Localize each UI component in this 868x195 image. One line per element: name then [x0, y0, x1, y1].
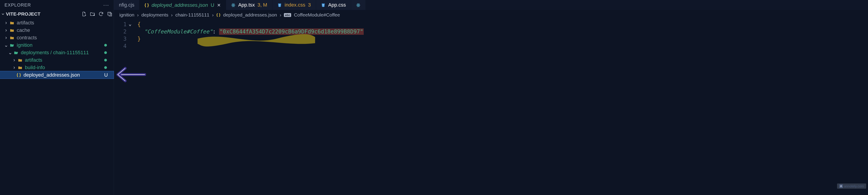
breadcrumb-item[interactable]: deployments — [142, 12, 168, 18]
line-number: 4 — [114, 42, 127, 50]
line-gutter: 1 2 3 4 — [114, 21, 130, 50]
new-file-icon[interactable] — [81, 11, 87, 17]
tree-label: ignition — [17, 42, 33, 48]
git-untracked-badge: U — [104, 72, 108, 78]
chevron-down-icon — [1, 12, 4, 15]
tree-label: artifacts — [25, 57, 42, 63]
tree-label: build-info — [25, 65, 45, 70]
chevron-right-icon: › — [4, 27, 8, 33]
chevron-right-icon: › — [137, 12, 139, 18]
file-tree: › artifacts › cache › contracts ⌄ igniti… — [0, 18, 114, 78]
chevron-right-icon: › — [12, 65, 16, 70]
tree-folder-ignition[interactable]: ⌄ ignition — [0, 41, 114, 49]
tree-label: cache — [17, 27, 30, 33]
react-icon — [356, 2, 361, 8]
chevron-right-icon: › — [4, 20, 8, 26]
new-folder-icon[interactable] — [90, 11, 95, 17]
tree-label: deployments / chain-11155111 — [21, 50, 89, 56]
watermark-badge: A annotely.com — [837, 184, 866, 189]
tree-folder-cache[interactable]: › cache — [0, 26, 114, 34]
tab-app-tsx[interactable]: App.tsx 3, M — [226, 0, 272, 10]
tab-app-css[interactable]: App.css — [316, 0, 351, 10]
git-modified-dot-icon — [104, 59, 107, 61]
folder-icon — [9, 29, 14, 32]
watermark-text: annotely.com — [844, 184, 864, 188]
tab-label: deployed_addresses.json — [152, 2, 208, 8]
explorer-sidebar: EXPLORER ··· VITE-PROJECT › artifacts — [0, 0, 114, 195]
annotation-highlight — [197, 33, 315, 46]
git-modified-dot-icon — [104, 51, 107, 54]
tab-index-css[interactable]: index.css 3 — [272, 0, 316, 10]
tab-label: App.css — [328, 2, 346, 8]
git-untracked-badge: U — [211, 2, 214, 8]
problems-badge: 3 — [308, 2, 311, 8]
folder-icon — [18, 66, 23, 69]
breadcrumb-item[interactable]: ignition — [119, 12, 134, 18]
git-modified-dot-icon — [104, 44, 107, 46]
watermark-logo-icon: A — [839, 184, 843, 188]
chevron-right-icon: › — [280, 12, 281, 18]
tree-folder-artifacts[interactable]: › artifacts — [0, 19, 114, 26]
refresh-icon[interactable] — [98, 11, 104, 17]
tab-deployed-addresses[interactable]: { } deployed_addresses.json U ✕ — [140, 0, 226, 10]
tree-folder-contracts[interactable]: › contracts — [0, 34, 114, 41]
chevron-right-icon: › — [171, 12, 173, 18]
svg-point-5 — [358, 5, 359, 6]
folder-open-icon — [9, 43, 14, 47]
tree-label: contracts — [17, 35, 37, 41]
tab-label: index.css — [285, 2, 305, 8]
tab-config[interactable]: nfig.cjs — [114, 0, 140, 10]
tree-folder-buildinfo[interactable]: › build-info — [0, 64, 114, 71]
tree-label: artifacts — [17, 20, 34, 26]
svg-point-1 — [233, 5, 234, 6]
git-modified-dot-icon — [104, 66, 107, 69]
css-file-icon — [277, 2, 282, 8]
breadcrumb-item[interactable]: chain-11155111 — [176, 12, 210, 18]
tree-file-deployed-addresses[interactable]: { } deployed_addresses.json U — [0, 71, 114, 78]
breadcrumb-item[interactable]: CoffeeModule#Coffee — [294, 12, 340, 18]
tree-folder-deployments[interactable]: ⌄ deployments / chain-11155111 — [0, 49, 114, 56]
breadcrumb: ignition› deployments› chain-11155111› {… — [114, 10, 868, 20]
chevron-right-icon: › — [12, 57, 16, 63]
explorer-more-icon[interactable]: ··· — [103, 2, 109, 8]
json-file-icon: { } — [145, 3, 149, 7]
explorer-title: EXPLORER — [4, 2, 31, 8]
code-editor[interactable]: 1 2 3 4 { "CoffeeModule#Coffee": "0xC864… — [114, 20, 868, 50]
folder-icon — [9, 36, 14, 39]
code-brace: { — [137, 21, 141, 28]
json-file-icon: { } — [16, 72, 21, 77]
tab-bar: nfig.cjs { } deployed_addresses.json U ✕… — [114, 0, 868, 10]
annotation-arrow — [114, 66, 146, 84]
chevron-right-icon: › — [4, 35, 8, 41]
collapse-icon[interactable] — [107, 11, 112, 17]
folder-icon — [18, 58, 23, 62]
code-content: { "CoffeeModule#Coffee": "0xC8644fA354D7… — [130, 21, 364, 50]
tree-label: deployed_addresses.json — [24, 72, 80, 78]
code-brace: } — [137, 36, 141, 42]
tree-folder-artifacts2[interactable]: › artifacts — [0, 56, 114, 64]
git-modified-badge: 3, M — [257, 2, 267, 8]
chevron-right-icon: › — [212, 12, 214, 18]
folder-icon — [9, 21, 14, 25]
editor-area: nfig.cjs { } deployed_addresses.json U ✕… — [114, 0, 868, 195]
project-name[interactable]: VITE-PROJECT — [1, 11, 81, 17]
folder-open-icon — [13, 51, 19, 55]
close-icon[interactable]: ✕ — [217, 2, 221, 8]
json-file-icon: { } — [216, 13, 220, 17]
react-icon — [231, 2, 236, 8]
tab-partial-next[interactable] — [351, 0, 366, 10]
tab-label: nfig.cjs — [119, 2, 134, 8]
tab-label: App.tsx — [238, 2, 255, 8]
line-number: 2 — [114, 28, 127, 35]
breadcrumb-item[interactable]: deployed_addresses.json — [223, 12, 277, 18]
chevron-down-icon: ⌄ — [4, 42, 8, 48]
line-number: 1 — [114, 21, 127, 28]
css-file-icon — [321, 2, 326, 8]
symbol-icon: abc — [284, 13, 291, 17]
line-number: 3 — [114, 35, 127, 42]
chevron-down-icon: ⌄ — [8, 50, 12, 56]
svg-rect-0 — [108, 12, 111, 15]
